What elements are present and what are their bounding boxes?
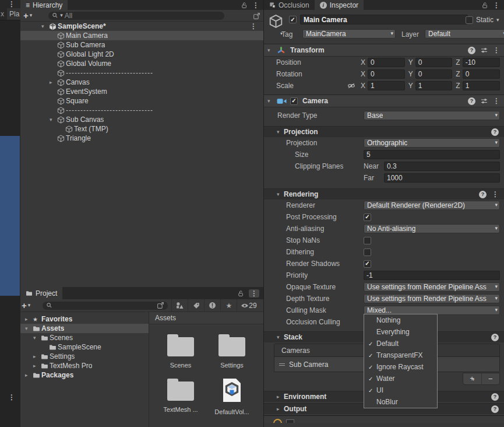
help-icon[interactable]: ? [491,405,499,413]
hierarchy-item[interactable]: Global Light 2D [20,50,263,59]
presets-icon[interactable] [481,47,488,54]
culling-mask-option[interactable]: NoBlur [364,396,437,408]
window-menu-icon[interactable]: ⋮ [8,394,15,401]
transform-component-header[interactable]: ▾ Transform ? ⋮ [264,44,504,57]
window-menu-icon[interactable]: ⋮ [8,1,15,8]
presets-icon[interactable] [481,97,488,104]
search-filter-caret-icon[interactable]: ▾ [60,13,63,18]
property-checkbox[interactable]: ✓ [364,214,371,221]
asset-item[interactable]: DefaultVol... [209,374,255,415]
gameobject-name-field[interactable]: Main Camera [300,15,468,24]
render-type-dropdown[interactable]: Base▾ [364,111,500,120]
panel-menu-icon[interactable]: ⋮ [493,2,500,9]
gameobject-cube-icon[interactable] [269,14,283,29]
panel-menu-icon[interactable]: ⋮ [251,290,258,297]
culling-mask-option[interactable]: ✓ Ignore Raycast [364,361,437,373]
culling-mask-option[interactable]: Everything [364,326,437,338]
static-checkbox[interactable] [466,16,473,24]
tab-inspector[interactable]: i Inspector [315,0,364,10]
project-tree-item[interactable]: ▸ Packages [20,370,149,380]
property-checkbox[interactable] [364,237,371,244]
scene-header-row[interactable]: ▾ SampleScene* ⋮ [20,22,263,31]
property-dropdown[interactable]: No Anti-aliasing▾ [364,224,500,233]
foldout-arrow-icon[interactable]: ▾ [267,47,273,53]
property-dropdown[interactable]: Use settings from Render Pipeline Ass▾ [364,282,500,292]
hierarchy-item[interactable]: ------------------------------ [20,68,263,78]
section-menu-icon[interactable]: ⋮ [492,191,499,198]
unlinked-scale-icon[interactable] [347,82,355,90]
expander-arrow-icon[interactable]: ▾ [25,326,28,331]
culling-mask-option[interactable]: Nothing [364,314,437,326]
expander-arrow-icon[interactable]: ▸ [50,79,52,85]
tab-occlusion[interactable]: Occlusion [264,0,315,10]
lock-icon[interactable] [241,2,248,9]
project-tree-item[interactable]: ▸ Settings [20,352,149,361]
property-field[interactable]: 5 [364,150,500,159]
culling-mask-option[interactable]: ✓ UI [364,384,437,396]
project-tree-item[interactable]: ▾ Assets [20,324,149,333]
panel-menu-icon[interactable]: ⋮ [252,2,259,9]
project-tree-item[interactable]: ▸ ★ Favorites [20,314,149,324]
project-search-input[interactable] [43,302,168,310]
create-asset-button[interactable]: +▾ [22,301,30,310]
static-caret-icon[interactable]: ▾ [496,18,499,23]
asset-item[interactable]: Scenes [157,330,204,369]
asset-item[interactable]: TextMesh ... [157,374,204,415]
project-tree-item[interactable]: ▸ TextMesh Pro [20,361,149,370]
foldout-arrow-icon[interactable]: ▾ [267,98,273,104]
scale-z-field[interactable]: 1 [463,81,500,90]
rendering-foldout[interactable]: ▾ Rendering ? ⋮ [264,188,504,200]
hierarchy-item[interactable]: ▾ Sub Canvas [20,115,263,124]
layer-dropdown[interactable]: Default▾ [425,29,504,38]
project-tree-item[interactable]: ▾ Scenes [20,333,149,342]
property-checkbox[interactable] [364,249,371,256]
property-dropdown[interactable]: Use settings from Render Pipeline Ass▾ [364,294,500,303]
culling-mask-option[interactable]: ✓ Default [364,338,437,349]
property-dropdown[interactable]: Default Renderer (Renderer2D)▾ [364,201,500,210]
rotation-y-field[interactable]: 0 [415,69,453,79]
search-by-import-log-button[interactable] [204,299,220,312]
hidden-count-button[interactable]: 29 [237,299,260,312]
help-icon[interactable]: ? [491,393,499,401]
scale-x-field[interactable]: 1 [368,81,405,90]
expander-arrow-icon[interactable]: ▾ [41,23,49,29]
culling-mask-option[interactable]: ✓ TransparentFX [364,349,437,361]
help-icon[interactable]: ? [468,47,475,54]
remove-button[interactable]: − [482,373,500,384]
static-toggle[interactable]: Static ▾ [466,16,499,24]
scale-y-field[interactable]: 1 [415,81,453,90]
culling-mask-option[interactable]: ✓ Water [364,373,437,384]
help-icon[interactable]: ? [491,128,499,136]
expander-arrow-icon[interactable]: ▸ [33,354,36,359]
expander-arrow-icon[interactable]: ▸ [33,363,36,369]
expander-arrow-icon[interactable]: ▸ [25,372,28,378]
projection-foldout[interactable]: ▾ Projection ? [264,126,504,137]
active-checkbox[interactable]: ✓ [289,16,297,23]
component-menu-icon[interactable]: ⋮ [493,97,500,104]
tab-hierarchy[interactable]: ≡ Hierarchy [20,0,68,10]
hierarchy-item[interactable]: Global Volume [20,59,263,68]
lock-icon[interactable] [237,290,244,297]
open-window-icon[interactable] [253,12,260,20]
lock-icon[interactable] [481,2,488,9]
expander-arrow-icon[interactable]: ▾ [33,335,36,341]
property-checkbox[interactable]: ✓ [364,260,371,268]
search-by-label-button[interactable] [188,299,204,312]
asset-item[interactable]: Settings [209,330,255,369]
hierarchy-item[interactable]: Text (TMP) [20,124,263,134]
hierarchy-item[interactable]: Sub Camera [20,40,263,50]
help-icon[interactable]: ? [491,334,499,341]
tag-dropdown[interactable]: MainCamera▾ [302,29,396,38]
property-field[interactable]: 1000 [384,173,500,183]
search-by-type-button[interactable] [171,299,188,312]
hierarchy-item[interactable]: EventSystem [20,87,263,96]
position-x-field[interactable]: 0 [368,58,405,67]
expander-arrow-icon[interactable]: ▸ [25,316,28,322]
position-y-field[interactable]: 0 [415,58,453,67]
hierarchy-item[interactable]: Triangle [20,134,263,143]
property-dropdown[interactable]: Orthographic▾ [364,138,500,148]
rotation-z-field[interactable]: 0 [463,69,500,79]
hierarchy-item[interactable]: ------------------------------ [20,106,263,115]
tab-project[interactable]: Project [20,287,62,299]
rotation-x-field[interactable]: 0 [368,69,405,79]
